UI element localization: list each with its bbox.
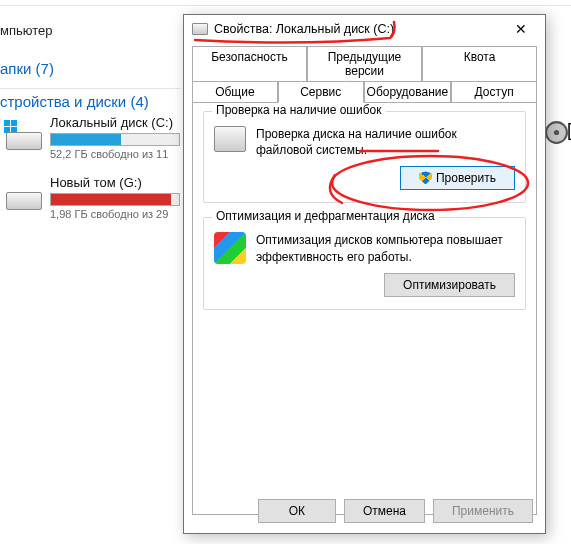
- drive-icon: [6, 182, 42, 210]
- explorer-heading: мпьютер: [0, 23, 52, 38]
- disk-icon: [214, 126, 246, 152]
- drive-icon: [192, 23, 208, 35]
- dvd-icon: [544, 120, 569, 145]
- drive-free-text: 1,98 ГБ свободно из 29: [50, 208, 168, 220]
- apply-button[interactable]: Применить: [433, 499, 533, 523]
- uac-shield-icon: [419, 171, 432, 184]
- title-bar: Свойства: Локальный диск (C:) ✕: [184, 15, 545, 43]
- drive-usage-bar: [50, 133, 180, 146]
- drive-free-text: 52,2 ГБ свободно из 11: [50, 148, 168, 160]
- truncated-text: [: [567, 120, 571, 141]
- dialog-title: Свойства: Локальный диск (C:): [214, 22, 394, 36]
- group-description: Оптимизация дисков компьютера повышает э…: [256, 232, 515, 264]
- drive-name: Новый том (G:): [50, 175, 142, 190]
- drive-usage-bar: [50, 193, 180, 206]
- drive-icon: [6, 122, 42, 150]
- check-button[interactable]: Проверить: [400, 166, 515, 190]
- tab-previous-versions[interactable]: Предыдущие версии: [307, 46, 422, 81]
- drive-name: Локальный диск (C:): [50, 115, 173, 130]
- dialog-action-buttons: ОК Отмена Применить: [258, 499, 533, 523]
- optimize-button[interactable]: Оптимизировать: [384, 273, 515, 297]
- tabs: Безопасность Предыдущие версии Квота Общ…: [192, 46, 537, 103]
- ok-button[interactable]: ОК: [258, 499, 336, 523]
- properties-dialog: Свойства: Локальный диск (C:) ✕ Безопасн…: [183, 14, 546, 534]
- defrag-icon: [214, 232, 246, 264]
- tab-sharing[interactable]: Доступ: [451, 81, 537, 103]
- tab-tools[interactable]: Сервис: [278, 81, 364, 103]
- cancel-button[interactable]: Отмена: [344, 499, 425, 523]
- devices-group-label[interactable]: стройства и диски (4): [0, 88, 180, 110]
- tab-hardware[interactable]: Оборудование: [364, 81, 452, 103]
- svg-point-2: [554, 130, 559, 135]
- error-checking-group: Проверка на наличие ошибок Проверка диск…: [203, 111, 526, 203]
- tab-panel-tools: Проверка на наличие ошибок Проверка диск…: [192, 103, 537, 515]
- tab-security[interactable]: Безопасность: [192, 46, 307, 81]
- group-title: Оптимизация и дефрагментация диска: [212, 209, 439, 223]
- group-title: Проверка на наличие ошибок: [212, 103, 386, 117]
- optimize-group: Оптимизация и дефрагментация диска Оптим…: [203, 217, 526, 309]
- tab-quota[interactable]: Квота: [422, 46, 537, 81]
- close-button[interactable]: ✕: [501, 17, 541, 41]
- folders-group-label[interactable]: апки (7): [0, 60, 54, 77]
- tab-general[interactable]: Общие: [192, 81, 278, 103]
- group-description: Проверка диска на наличие ошибок файлово…: [256, 126, 515, 158]
